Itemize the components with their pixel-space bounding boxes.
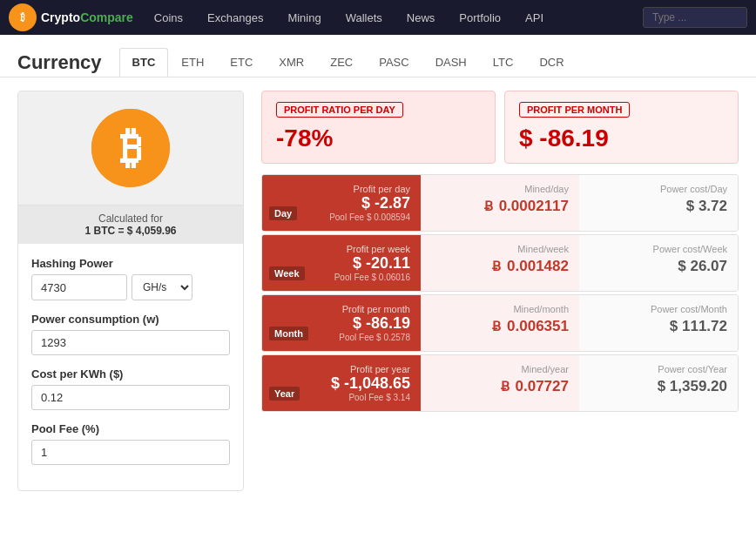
power-consumption-label: Power consumption (w) [31, 313, 230, 326]
period-badge: Week [269, 266, 305, 280]
hashing-power-row: GH/s MH/s TH/s [31, 274, 230, 300]
profit-ratio-label: PROFIT RATIO PER DAY [276, 102, 403, 118]
mined-value: Ƀ 0.001482 [492, 258, 569, 274]
pool-fee-label: Pool Fee (%) [31, 422, 230, 435]
tab-etc[interactable]: ETC [217, 48, 266, 77]
profit-ratio-card: PROFIT RATIO PER DAY -78% [261, 91, 496, 164]
logo[interactable]: ₿ CryptoCompare [9, 3, 133, 31]
mined-label: Mined/day [431, 184, 569, 194]
tab-dcr[interactable]: DCR [526, 48, 577, 77]
power-value: $ 3.72 [686, 198, 727, 214]
power-label: Power cost/Month [590, 304, 727, 314]
profit-ratio-value: -78% [276, 125, 481, 152]
mined-value: Ƀ 0.006351 [492, 318, 569, 334]
summary-cards: PROFIT RATIO PER DAY -78% PROFIT PER MON… [261, 91, 739, 164]
content-area: ₿ Calculated for 1 BTC = $ 4,059.96 Hash… [0, 77, 756, 504]
left-panel: ₿ Calculated for 1 BTC = $ 4,059.96 Hash… [17, 91, 244, 491]
power-cell-day: Power cost/Day $ 3.72 [579, 175, 738, 231]
profit-cell-year: Profit per year $ -1,048.65 Pool Fee $ 3… [262, 355, 421, 411]
profit-cell-day: Profit per day $ -2.87 Pool Fee $ 0.0085… [262, 175, 421, 231]
power-cell-month: Power cost/Month $ 111.72 [579, 295, 738, 351]
mined-value: Ƀ 0.07727 [501, 378, 569, 394]
calc-label: Calculated for [25, 212, 236, 225]
currency-tabs: BTC ETH ETC XMR ZEC PASC DASH LTC DCR [119, 48, 577, 77]
data-rows: Profit per day $ -2.87 Pool Fee $ 0.0085… [261, 174, 739, 412]
mined-cell-month: Mined/month Ƀ 0.006351 [421, 295, 579, 351]
hashing-power-unit[interactable]: GH/s MH/s TH/s [132, 274, 192, 300]
tab-btc[interactable]: BTC [119, 48, 169, 77]
nav-wallets[interactable]: Wallets [334, 0, 395, 35]
hashing-power-group: Hashing Power GH/s MH/s TH/s [31, 257, 230, 300]
nav-news[interactable]: News [395, 0, 448, 35]
calc-rate: 1 BTC = $ 4,059.96 [25, 225, 236, 237]
mined-label: Mined/week [431, 244, 569, 254]
navbar: ₿ CryptoCompare Coins Exchanges Mining W… [0, 0, 756, 35]
form-area: Hashing Power GH/s MH/s TH/s Power consu… [18, 244, 243, 490]
power-cell-week: Power cost/Week $ 26.07 [579, 235, 738, 291]
currency-header: Currency BTC ETH ETC XMR ZEC PASC DASH L… [0, 35, 756, 77]
profit-month-value: $ -86.19 [519, 125, 724, 152]
power-consumption-group: Power consumption (w) [31, 313, 230, 355]
svg-text:₿: ₿ [120, 124, 142, 172]
cost-per-kwh-group: Cost per KWh ($) [31, 367, 230, 410]
mined-label: Mined/month [431, 304, 569, 314]
power-label: Power cost/Day [590, 184, 727, 194]
nav-mining[interactable]: Mining [275, 0, 333, 35]
nav-portfolio[interactable]: Portfolio [447, 0, 513, 35]
power-value: $ 1,359.20 [658, 378, 727, 394]
table-row: Profit per day $ -2.87 Pool Fee $ 0.0085… [261, 174, 739, 232]
cost-per-kwh-label: Cost per KWh ($) [31, 367, 230, 381]
power-value: $ 111.72 [670, 318, 727, 334]
nav-api[interactable]: API [513, 0, 556, 35]
hashing-power-label: Hashing Power [31, 257, 230, 270]
tab-eth[interactable]: ETH [168, 48, 217, 77]
pool-fee-input[interactable] [31, 440, 230, 465]
search-input[interactable] [643, 7, 747, 28]
table-row: Profit per year $ -1,048.65 Pool Fee $ 3… [261, 354, 739, 412]
power-cell-year: Power cost/Year $ 1,359.20 [579, 355, 738, 411]
table-row: Profit per month $ -86.19 Pool Fee $ 0.2… [261, 294, 739, 352]
period-badge: Day [269, 206, 297, 220]
power-label: Power cost/Week [590, 244, 727, 254]
tab-pasc[interactable]: PASC [366, 48, 422, 77]
mined-cell-year: Mined/year Ƀ 0.07727 [421, 355, 579, 411]
coin-icon-area: ₿ [18, 91, 243, 205]
nav-links: Coins Exchanges Mining Wallets News Port… [142, 0, 643, 35]
nav-search-area [643, 7, 747, 28]
nav-coins[interactable]: Coins [142, 0, 195, 35]
tab-zec[interactable]: ZEC [317, 48, 366, 77]
svg-text:₿: ₿ [20, 12, 25, 23]
profit-cell-month: Profit per month $ -86.19 Pool Fee $ 0.2… [262, 295, 421, 351]
table-row: Profit per week $ -20.11 Pool Fee $ 0.06… [261, 234, 739, 292]
profit-month-label: PROFIT PER MONTH [519, 102, 630, 118]
profit-month-card: PROFIT PER MONTH $ -86.19 [504, 91, 739, 164]
logo-text: CryptoCompare [41, 10, 133, 24]
period-badge: Month [269, 327, 308, 340]
tab-ltc[interactable]: LTC [480, 48, 527, 77]
profit-label: Profit per week [273, 244, 410, 254]
nav-exchanges[interactable]: Exchanges [195, 0, 275, 35]
tab-xmr[interactable]: XMR [266, 48, 317, 77]
logo-icon: ₿ [9, 3, 37, 31]
mined-cell-week: Mined/week Ƀ 0.001482 [421, 235, 579, 291]
tab-dash[interactable]: DASH [422, 48, 480, 77]
mined-value: Ƀ 0.0002117 [484, 198, 569, 214]
mined-cell-day: Mined/day Ƀ 0.0002117 [421, 175, 579, 231]
pool-fee-group: Pool Fee (%) [31, 422, 230, 465]
cost-per-kwh-input[interactable] [31, 385, 230, 410]
hashing-power-input[interactable] [31, 274, 127, 300]
mined-label: Mined/year [431, 364, 569, 374]
calc-info: Calculated for 1 BTC = $ 4,059.96 [18, 205, 243, 244]
btc-logo: ₿ [91, 109, 170, 187]
profit-cell-week: Profit per week $ -20.11 Pool Fee $ 0.06… [262, 235, 421, 291]
right-panel: PROFIT RATIO PER DAY -78% PROFIT PER MON… [261, 91, 739, 491]
profit-label: Profit per day [273, 184, 410, 194]
profit-label: Profit per year [273, 364, 410, 374]
page-title: Currency [17, 51, 102, 74]
power-value: $ 26.07 [678, 258, 727, 274]
power-label: Power cost/Year [590, 364, 727, 374]
main-content: Currency BTC ETH ETC XMR ZEC PASC DASH L… [0, 35, 756, 539]
period-badge: Year [269, 387, 300, 401]
power-consumption-input[interactable] [31, 330, 230, 355]
profit-label: Profit per month [273, 304, 410, 314]
